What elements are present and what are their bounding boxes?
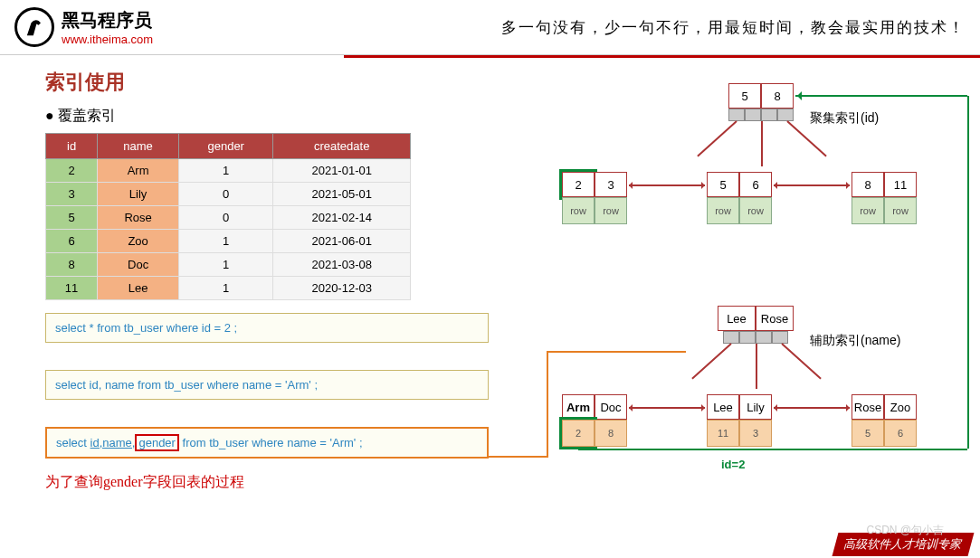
- cell-gender: 1: [179, 159, 273, 183]
- cell-gender: 1: [179, 253, 273, 277]
- root-key: 5: [728, 83, 761, 109]
- cell-gender: 0: [179, 183, 273, 206]
- root-key: 8: [761, 83, 794, 109]
- leaf-key: Zoo: [884, 394, 917, 420]
- table-row: 8Doc12021-03-08: [46, 253, 411, 277]
- tree2-root: Lee Rose: [718, 306, 794, 331]
- leaf-key: Lily: [739, 394, 772, 420]
- root-key: Rose: [756, 306, 794, 331]
- brand-url: www.itheima.com: [62, 33, 153, 46]
- table-row: 2Arm12021-01-01: [46, 159, 411, 183]
- table-row: 6Zoo12021-06-01: [46, 230, 411, 253]
- leaf-data: row: [739, 197, 772, 224]
- leaf-key: Arm: [562, 394, 595, 420]
- leaf-data: 3: [739, 420, 772, 447]
- leaf-data: 5: [852, 420, 884, 447]
- cell-date: 2021-02-14: [273, 206, 411, 230]
- cell-id: 3: [46, 183, 98, 206]
- header: 黑马程序员 www.itheima.com 多一句没有，少一句不行，用最短时间，…: [0, 0, 980, 55]
- tree1-leaf: 811 rowrow: [852, 172, 917, 224]
- leaf-data: row: [884, 197, 917, 224]
- slogan: 多一句没有，少一句不行，用最短时间，教会最实用的技术！: [501, 17, 966, 38]
- cell-gender: 1: [179, 277, 273, 300]
- table-row: 3Lily02021-05-01: [46, 183, 411, 206]
- cell-date: 2021-03-08: [273, 253, 411, 277]
- leaf-data-hl: 2: [562, 420, 595, 447]
- cell-id: 8: [46, 253, 98, 277]
- leaf-data: 11: [707, 420, 739, 447]
- secondary-index-tree: Lee Rose 辅助索引(name) ArmDoc 28 LeeLily 11…: [557, 306, 973, 496]
- sql-rest: from tb_user where name = 'Arm' ;: [179, 436, 363, 449]
- watermark: CSDN @句小吉: [866, 523, 944, 538]
- tree1-root: 5 8: [728, 83, 794, 109]
- cell-name: Zoo: [98, 230, 179, 253]
- cell-date: 2021-05-01: [273, 183, 411, 206]
- leaf-data: row: [595, 197, 627, 224]
- data-table: idnamegendercreatedate 2Arm12021-01-013L…: [45, 133, 411, 300]
- connector-line: [489, 456, 548, 458]
- leaf-data: 8: [595, 420, 627, 447]
- root-key: Lee: [718, 306, 756, 331]
- logo: 黑马程序员 www.itheima.com: [14, 7, 153, 47]
- leaf-key-hl: 2: [562, 172, 595, 197]
- cell-id: 6: [46, 230, 98, 253]
- tree1-leaf: 56 rowrow: [707, 172, 772, 224]
- table-row: 5Rose02021-02-14: [46, 206, 411, 230]
- cell-gender: 0: [179, 206, 273, 230]
- leaf-key: 3: [595, 172, 627, 197]
- leaf-data: row: [707, 197, 739, 224]
- leaf-data: row: [852, 197, 884, 224]
- cell-name: Arm: [98, 159, 179, 183]
- leaf-key: 11: [884, 172, 917, 197]
- leaf-key: 8: [852, 172, 884, 197]
- tree2-leaf: LeeLily 113: [707, 394, 772, 447]
- col-name: name: [98, 134, 179, 159]
- leaf-key: Doc: [595, 394, 627, 420]
- col-createdate: createdate: [273, 134, 411, 159]
- tree1-label: 聚集索引(id): [810, 110, 879, 127]
- horse-logo-icon: [14, 7, 54, 47]
- leaf-key: Lee: [707, 394, 739, 420]
- cell-name: Lee: [98, 277, 179, 300]
- sql-query-2: select id, name from tb_user where name …: [45, 370, 489, 400]
- leaf-key: 6: [739, 172, 772, 197]
- sql-query-1: select * from tb_user where id = 2 ;: [45, 313, 489, 343]
- leaf-data: 6: [884, 420, 917, 447]
- cell-name: Doc: [98, 253, 179, 277]
- table-row: 11Lee12020-12-03: [46, 277, 411, 300]
- cell-id: 2: [46, 159, 98, 183]
- sql-gender-highlight: gender: [135, 434, 178, 451]
- leaf-data: row: [562, 197, 595, 224]
- sql-select: select: [56, 436, 90, 449]
- tree2-leaf: RoseZoo 56: [852, 394, 917, 447]
- cell-id: 5: [46, 206, 98, 230]
- leaf-key: 5: [707, 172, 739, 197]
- cell-date: 2020-12-03: [273, 277, 411, 300]
- sql-cols: id,name,: [90, 436, 136, 449]
- result-label: id=2: [721, 458, 745, 471]
- cell-name: Lily: [98, 183, 179, 206]
- col-gender: gender: [179, 134, 273, 159]
- connector-line: [547, 351, 548, 458]
- leaf-key: Rose: [852, 394, 884, 420]
- brand-name: 黑马程序员: [62, 8, 153, 33]
- sql-query-3: select id,name,gender from tb_user where…: [45, 427, 489, 459]
- tree2-label: 辅助索引(name): [810, 333, 900, 349]
- clustered-index-tree: 5 8 聚集索引(id) 23 rowrow 56 rowrow 811 row…: [557, 83, 973, 264]
- index-diagram: 5 8 聚集索引(id) 23 rowrow 56 rowrow 811 row…: [557, 83, 973, 537]
- tree2-leaf: ArmDoc 28: [562, 394, 627, 447]
- cell-date: 2021-06-01: [273, 230, 411, 253]
- cell-date: 2021-01-01: [273, 159, 411, 183]
- cell-name: Rose: [98, 206, 179, 230]
- cell-gender: 1: [179, 230, 273, 253]
- cell-id: 11: [46, 277, 98, 300]
- col-id: id: [46, 134, 98, 159]
- tree1-leaf: 23 rowrow: [562, 172, 627, 224]
